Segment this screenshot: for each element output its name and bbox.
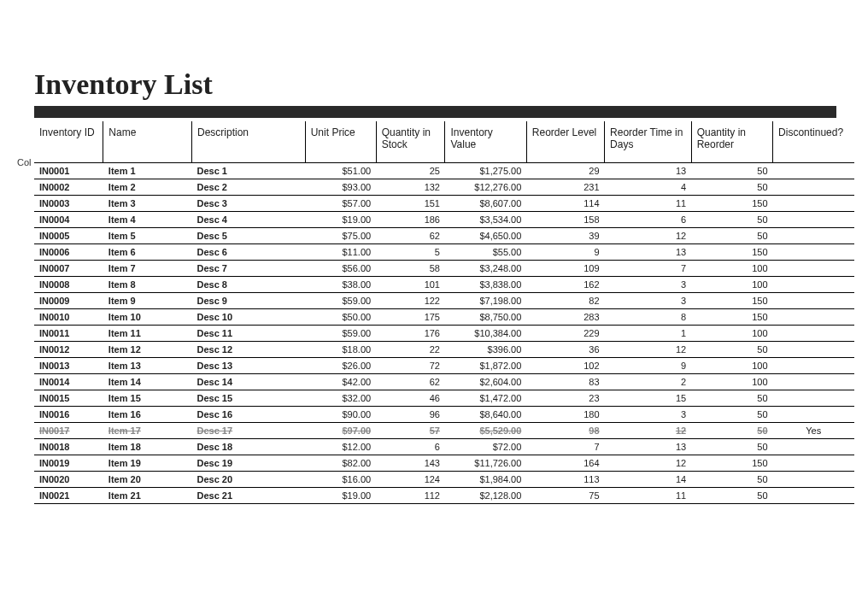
cell-description: Desc 13 [192, 358, 306, 374]
cell-unit-price: $42.00 [305, 374, 376, 390]
cell-reorder-level: 114 [526, 196, 604, 212]
cell-discontinued [773, 228, 854, 244]
cell-reorder-time-days: 11 [605, 196, 692, 212]
cell-name: Item 4 [103, 212, 192, 228]
cell-description: Desc 19 [192, 455, 306, 472]
cell-unit-price: $57.00 [305, 196, 376, 212]
cell-name: Item 1 [103, 163, 192, 179]
table-row: IN0014Item 14Desc 14$42.0062$2,604.00832… [34, 374, 854, 390]
cell-discontinued [773, 244, 854, 261]
cell-name: Item 10 [103, 309, 192, 326]
cell-name: Item 8 [103, 277, 192, 293]
cell-description: Desc 5 [192, 228, 306, 244]
table-row: IN0002Item 2Desc 2$93.00132$12,276.00231… [34, 179, 854, 196]
cell-unit-price: $12.00 [305, 439, 376, 455]
cell-reorder-time-days: 3 [605, 407, 692, 423]
cell-quantity-in-stock: 132 [376, 179, 445, 196]
col-header-discontinued: Discontinued? [773, 121, 854, 163]
cell-discontinued [773, 455, 854, 472]
col-header-quantity-in-stock: Quantity in Stock [376, 121, 445, 163]
table-row: IN0005Item 5Desc 5$75.0062$4,650.0039125… [34, 228, 854, 244]
cell-unit-price: $56.00 [305, 261, 376, 277]
cell-quantity-in-reorder: 100 [691, 358, 772, 374]
cell-reorder-level: 36 [526, 342, 604, 358]
cell-discontinued [773, 309, 854, 326]
cell-inventory-id: IN0005 [34, 228, 103, 244]
cell-inventory-id: IN0017 [34, 423, 103, 439]
cell-description: Desc 7 [192, 261, 306, 277]
cell-inventory-value: $396.00 [445, 342, 526, 358]
cell-description: Desc 18 [192, 439, 306, 455]
cell-inventory-id: IN0003 [34, 196, 103, 212]
cell-discontinued [773, 326, 854, 342]
cell-quantity-in-reorder: 50 [691, 439, 772, 455]
cell-reorder-level: 164 [526, 455, 604, 472]
cell-reorder-level: 158 [526, 212, 604, 228]
cell-description: Desc 6 [192, 244, 306, 261]
cell-reorder-time-days: 12 [605, 342, 692, 358]
cell-discontinued [773, 472, 854, 488]
cell-reorder-time-days: 11 [605, 488, 692, 504]
cell-quantity-in-reorder: 150 [691, 293, 772, 309]
cell-inventory-id: IN0021 [34, 488, 103, 504]
table-row: IN0004Item 4Desc 4$19.00186$3,534.001586… [34, 212, 854, 228]
cell-quantity-in-stock: 176 [376, 326, 445, 342]
cell-inventory-value: $1,275.00 [445, 163, 526, 179]
cell-discontinued [773, 390, 854, 407]
cell-name: Item 12 [103, 342, 192, 358]
table-row: IN0010Item 10Desc 10$50.00175$8,750.0028… [34, 309, 854, 326]
cell-name: Item 21 [103, 488, 192, 504]
table-row: IN0009Item 9Desc 9$59.00122$7,198.008231… [34, 293, 854, 309]
cell-discontinued [773, 196, 854, 212]
cell-description: Desc 11 [192, 326, 306, 342]
cell-name: Item 14 [103, 374, 192, 390]
cell-inventory-id: IN0016 [34, 407, 103, 423]
cell-inventory-value: $8,607.00 [445, 196, 526, 212]
cell-quantity-in-reorder: 50 [691, 163, 772, 179]
cell-name: Item 7 [103, 261, 192, 277]
cell-name: Item 16 [103, 407, 192, 423]
cell-reorder-level: 23 [526, 390, 604, 407]
cell-inventory-value: $3,248.00 [445, 261, 526, 277]
cell-unit-price: $82.00 [305, 455, 376, 472]
cell-quantity-in-stock: 62 [376, 228, 445, 244]
cell-unit-price: $93.00 [305, 179, 376, 196]
cell-description: Desc 9 [192, 293, 306, 309]
cell-reorder-time-days: 15 [605, 390, 692, 407]
cell-quantity-in-stock: 58 [376, 261, 445, 277]
col-header-description: Description [192, 121, 306, 163]
cell-reorder-time-days: 12 [605, 423, 692, 439]
cell-description: Desc 20 [192, 472, 306, 488]
cell-quantity-in-stock: 72 [376, 358, 445, 374]
cell-reorder-level: 98 [526, 423, 604, 439]
title-underline-bar [34, 106, 836, 118]
cell-inventory-value: $12,276.00 [445, 179, 526, 196]
cell-description: Desc 21 [192, 488, 306, 504]
cell-reorder-time-days: 3 [605, 277, 692, 293]
cell-quantity-in-reorder: 50 [691, 212, 772, 228]
cell-unit-price: $59.00 [305, 326, 376, 342]
cell-reorder-time-days: 3 [605, 293, 692, 309]
cell-inventory-value: $5,529.00 [445, 423, 526, 439]
cell-inventory-value: $1,472.00 [445, 390, 526, 407]
cell-quantity-in-reorder: 50 [691, 423, 772, 439]
cell-description: Desc 14 [192, 374, 306, 390]
cell-inventory-value: $10,384.00 [445, 326, 526, 342]
page-title: Inventory List [34, 68, 836, 101]
cell-reorder-level: 29 [526, 163, 604, 179]
cell-inventory-value: $8,750.00 [445, 309, 526, 326]
cell-quantity-in-stock: 96 [376, 407, 445, 423]
cell-description: Desc 15 [192, 390, 306, 407]
cell-discontinued [773, 407, 854, 423]
cell-reorder-time-days: 2 [605, 374, 692, 390]
cell-inventory-id: IN0014 [34, 374, 103, 390]
cell-quantity-in-reorder: 150 [691, 455, 772, 472]
cell-quantity-in-reorder: 50 [691, 179, 772, 196]
cell-unit-price: $26.00 [305, 358, 376, 374]
cell-inventory-value: $8,640.00 [445, 407, 526, 423]
cell-name: Item 13 [103, 358, 192, 374]
cell-unit-price: $50.00 [305, 309, 376, 326]
cell-quantity-in-stock: 6 [376, 439, 445, 455]
cell-discontinued [773, 212, 854, 228]
table-row: IN0021Item 21Desc 21$19.00112$2,128.0075… [34, 488, 854, 504]
